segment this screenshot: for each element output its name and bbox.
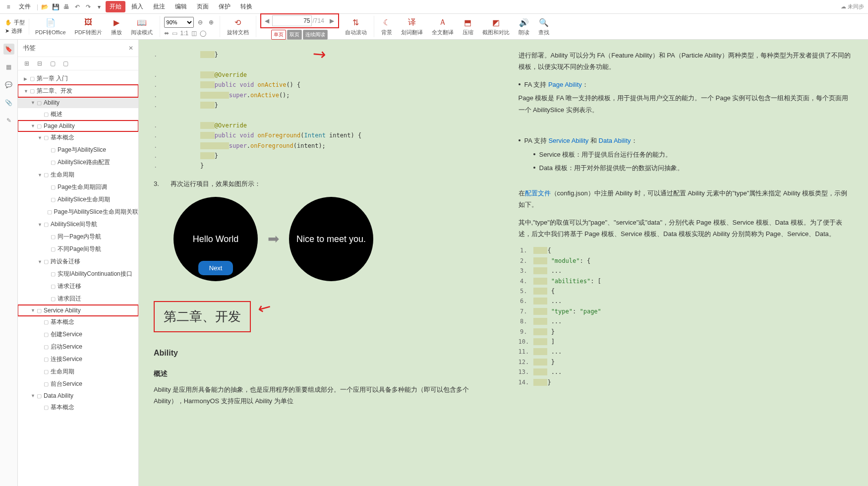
- actual-size-icon[interactable]: 1:1: [180, 30, 189, 37]
- double-page-mode[interactable]: 双页: [287, 30, 302, 40]
- bookmark-node[interactable]: ▢基本概念: [18, 316, 138, 328]
- tab-convert[interactable]: 转换: [236, 1, 256, 12]
- tab-edit[interactable]: 编辑: [171, 1, 191, 12]
- bookmark-node[interactable]: ▢同一Page内导航: [18, 231, 138, 243]
- bookmark-node[interactable]: ▼▢Data Ability: [18, 390, 138, 401]
- play-button[interactable]: ▶播放: [108, 17, 125, 36]
- bookmark-node[interactable]: ▼▢第二章、开发: [18, 85, 138, 97]
- page-input[interactable]: [272, 15, 312, 26]
- open-icon[interactable]: 📂: [40, 2, 49, 11]
- bookmark-options-icon[interactable]: ▢: [61, 60, 69, 67]
- read-aloud[interactable]: 🔊朗读: [516, 17, 532, 36]
- bookmark-node[interactable]: ▢启动Service: [18, 341, 138, 353]
- play-label: 播放: [111, 29, 122, 36]
- bookmark-node[interactable]: ▢请求迁移: [18, 280, 138, 293]
- bookmark-node[interactable]: ▢前台Service: [18, 378, 138, 390]
- bookmark-node[interactable]: ▼▢Page Ability: [18, 121, 138, 131]
- single-page-mode[interactable]: 单页: [271, 30, 286, 40]
- read-mode[interactable]: 📖阅读模式: [128, 17, 156, 36]
- word-translate-label: 划词翻译: [401, 29, 423, 36]
- continuous-mode[interactable]: 连续阅读: [303, 30, 328, 40]
- next-page-icon[interactable]: ▶: [327, 15, 337, 26]
- document-viewport[interactable]: ↘ . } . @Override . public void onActive…: [139, 40, 868, 486]
- background-btn[interactable]: ☾背景: [378, 17, 395, 36]
- bookmark-node[interactable]: ▢AbilitySlice路由配置: [18, 156, 138, 169]
- service-template-text: Service 模板：用于提供后台运行任务的能力。: [539, 149, 672, 160]
- bookmark-node[interactable]: ▢实现IAbilityContinuation接口: [18, 268, 138, 280]
- attachment-rail-icon[interactable]: 📎: [3, 97, 14, 108]
- data-ability-link[interactable]: Data Ability: [599, 137, 631, 144]
- redo-icon[interactable]: ↷: [84, 2, 93, 11]
- bookmark-node[interactable]: ▢Page生命周期回调: [18, 181, 138, 193]
- bookmark-node[interactable]: ▢Page与AbilitySlice生命周期关联: [18, 206, 138, 218]
- screenshot-compare[interactable]: ◩截图和对比: [479, 17, 513, 36]
- collapse-all-icon[interactable]: ⊟: [36, 60, 44, 67]
- sync-label: 未同步: [848, 3, 864, 10]
- page-ability-link[interactable]: Page Ability: [548, 81, 582, 88]
- bookmark-node[interactable]: ▼▢Service Ability: [18, 305, 138, 316]
- bookmark-node[interactable]: ▼▢生命周期: [18, 169, 138, 181]
- bookmark-node[interactable]: ▼▢基本概念: [18, 131, 138, 144]
- auto-scroll[interactable]: ⇅自动滚动: [342, 17, 370, 36]
- rotate-doc[interactable]: ⟲旋转文档: [224, 17, 252, 36]
- tab-page[interactable]: 页面: [193, 1, 213, 12]
- bookmark-node[interactable]: ▢请求回迁: [18, 293, 138, 305]
- save-icon[interactable]: 💾: [51, 2, 60, 11]
- config-pb: （config.json）中注册 Ability 时，可以通过配置 Abilit…: [519, 189, 848, 208]
- file-menu[interactable]: 文件: [15, 1, 35, 12]
- loupe-icon[interactable]: ◯: [200, 30, 206, 37]
- bookmark-node[interactable]: ▢不同Page间导航: [18, 243, 138, 255]
- auto-scroll-label: 自动滚动: [345, 29, 367, 36]
- bookmark-node[interactable]: ▢AbilitySlice生命周期: [18, 193, 138, 206]
- sync-status[interactable]: ☁ 未同步: [841, 3, 864, 10]
- find-label: 查找: [538, 29, 549, 36]
- full-translate[interactable]: Ａ全文翻译: [429, 17, 457, 36]
- pdf-to-image[interactable]: 🖼PDF转图片: [72, 17, 105, 36]
- fit-page-icon[interactable]: ▭: [172, 30, 177, 37]
- tab-protect[interactable]: 保护: [215, 1, 234, 12]
- bookmark-node[interactable]: ▼▢Ability: [18, 97, 138, 108]
- zoom-in-icon[interactable]: ⊕: [207, 18, 216, 27]
- bookmark-node[interactable]: ▢创建Service: [18, 328, 138, 341]
- dropdown-icon[interactable]: ▾: [95, 2, 104, 11]
- bookmark-node[interactable]: ▼▢跨设备迁移: [18, 255, 138, 268]
- tab-annotate[interactable]: 批注: [149, 1, 169, 12]
- fit-width-icon[interactable]: ⬌: [164, 30, 169, 37]
- hamburger-icon[interactable]: ≡: [4, 2, 13, 11]
- expand-all-icon[interactable]: ⊞: [23, 60, 31, 67]
- zoom-select[interactable]: 90%: [164, 17, 194, 28]
- marquee-zoom-icon[interactable]: ◫: [191, 30, 197, 37]
- bookmark-node[interactable]: ▢生命周期: [18, 365, 138, 378]
- print-icon[interactable]: 🖶: [62, 2, 71, 11]
- bookmark-node[interactable]: ▼▢AbilitySlice间导航: [18, 218, 138, 231]
- tab-insert[interactable]: 插入: [127, 1, 147, 12]
- zoom-out-icon[interactable]: ⊖: [196, 18, 205, 27]
- find-btn[interactable]: 🔍查找: [535, 17, 552, 36]
- bookmark-node[interactable]: ▶▢第一章 入门: [18, 72, 138, 85]
- close-panel-icon[interactable]: ✕: [128, 45, 133, 52]
- prev-page-icon[interactable]: ◀: [262, 15, 272, 26]
- pdf-to-office[interactable]: 📄PDF转Office: [32, 17, 69, 36]
- tab-start[interactable]: 开始: [106, 1, 125, 12]
- word-translate[interactable]: 译划词翻译: [398, 17, 426, 36]
- overview-heading: 概述: [154, 367, 489, 380]
- select-tool[interactable]: ➤ 选择: [5, 27, 25, 35]
- undo-icon[interactable]: ↶: [73, 2, 82, 11]
- bookmark-node[interactable]: ▢概述: [18, 108, 138, 121]
- bookmark-node[interactable]: ▢基本概念: [18, 401, 138, 414]
- thumbnail-rail-icon[interactable]: ▦: [3, 61, 14, 72]
- hand-tool[interactable]: ✋ 手型: [5, 19, 25, 26]
- service-ability-link[interactable]: Service Ability: [548, 137, 588, 144]
- bookmark-tree[interactable]: ▶▢第一章 入门▼▢第二章、开发▼▢Ability ▢概述▼▢Page Abil…: [18, 70, 138, 486]
- config-file-link[interactable]: 配置文件: [525, 189, 551, 197]
- compress-btn[interactable]: ⬒压缩: [460, 17, 476, 36]
- bookmark-node[interactable]: ▢Page与AbilitySlice: [18, 144, 138, 156]
- fa-support-text: FA 支持: [524, 81, 548, 88]
- bookmark-node[interactable]: ▢连接Service: [18, 353, 138, 365]
- add-bookmark-icon[interactable]: ▢: [49, 60, 57, 67]
- comment-rail-icon[interactable]: 💬: [3, 79, 14, 90]
- bookmark-rail-icon[interactable]: 🔖: [3, 44, 14, 55]
- signature-rail-icon[interactable]: ✎: [3, 115, 14, 126]
- main-area: 🔖 ▦ 💬 📎 ✎ 书签 ✕ ⊞ ⊟ ▢ ▢ ▶▢第一章 入门▼▢第二章、开发▼…: [0, 40, 868, 486]
- type-paragraph: 其中,"type"的取值可以为"page"、"service"或"data"，分…: [519, 217, 854, 240]
